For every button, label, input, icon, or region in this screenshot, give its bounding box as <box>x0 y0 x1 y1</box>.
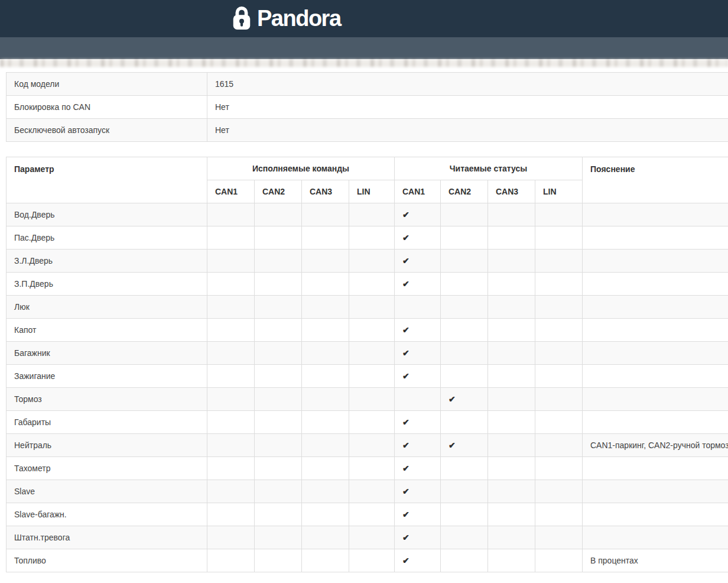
cmd-can3-cell <box>302 250 349 273</box>
status-lin-cell <box>535 226 583 250</box>
cmd-can1-cell <box>207 365 255 388</box>
status-can1-cell: ✔ <box>395 549 441 572</box>
status-lin-cell <box>535 203 583 226</box>
note-cell <box>583 203 728 226</box>
cmd-can2-cell <box>255 203 302 226</box>
status-can3-cell <box>488 226 535 250</box>
cmd-can2-cell <box>255 526 302 549</box>
status-can2-cell <box>441 203 488 226</box>
status-can3-cell <box>488 457 535 480</box>
status-can3-cell <box>488 526 535 549</box>
cmd-can1-cell <box>207 457 255 480</box>
cmd-can3-cell <box>302 296 349 319</box>
note-cell <box>583 250 728 273</box>
status-lin-header: LIN <box>535 180 583 203</box>
status-lin-cell <box>535 526 583 549</box>
cmd-can2-cell <box>255 411 302 434</box>
status-lin-cell <box>535 549 583 572</box>
explanation-column-header: Пояснение <box>583 157 728 203</box>
table-row: З.П.Дверь✔ <box>6 273 728 296</box>
status-can1-cell <box>395 296 441 319</box>
status-can3-cell <box>488 549 535 572</box>
param-cell: Вод.Дверь <box>6 203 207 226</box>
cmd-lin-cell <box>349 526 395 549</box>
logo-text: Pandora <box>257 7 341 30</box>
status-can2-cell <box>441 250 488 273</box>
commands-group-header: Исполняемые команды <box>207 157 395 180</box>
status-can1-cell: ✔ <box>395 226 441 250</box>
status-can1-cell: ✔ <box>395 457 441 480</box>
info-label: Бесключевой автозапуск <box>6 119 207 142</box>
cmd-can3-cell <box>302 434 349 457</box>
status-can1-cell: ✔ <box>395 342 441 365</box>
cmd-can2-cell <box>255 457 302 480</box>
cmd-lin-cell <box>349 273 395 296</box>
table-row: Топливо✔В процентах <box>6 549 728 572</box>
cmd-can1-cell <box>207 411 255 434</box>
cmd-lin-cell <box>349 342 395 365</box>
status-can3-cell <box>488 503 535 526</box>
info-value: 1615 <box>207 73 728 96</box>
status-lin-cell <box>535 365 583 388</box>
cmd-can3-cell <box>302 480 349 503</box>
param-cell: Тормоз <box>6 388 207 411</box>
info-value: Нет <box>207 119 728 142</box>
status-lin-cell <box>535 388 583 411</box>
cmd-can1-cell <box>207 480 255 503</box>
cmd-lin-cell <box>349 365 395 388</box>
status-can2-cell <box>441 549 488 572</box>
table-row: Багажник✔ <box>6 342 728 365</box>
cmd-lin-cell <box>349 549 395 572</box>
status-can1-cell: ✔ <box>395 319 441 342</box>
status-can2-cell <box>441 503 488 526</box>
table-row: Бесключевой автозапуск Нет <box>6 119 728 142</box>
status-can1-cell: ✔ <box>395 411 441 434</box>
status-can1-cell: ✔ <box>395 203 441 226</box>
cmd-can1-cell <box>207 526 255 549</box>
info-value: Нет <box>207 96 728 119</box>
table-row: Тормоз✔ <box>6 388 728 411</box>
cmd-can1-cell <box>207 273 255 296</box>
note-cell <box>583 296 728 319</box>
cmd-can2-cell <box>255 388 302 411</box>
cmd-can2-cell <box>255 319 302 342</box>
status-can2-cell <box>441 457 488 480</box>
status-can2-cell <box>441 319 488 342</box>
note-cell <box>583 526 728 549</box>
pandora-logo-link[interactable]: Pandora <box>230 5 341 32</box>
cmd-lin-cell <box>349 319 395 342</box>
status-can1-cell: ✔ <box>395 526 441 549</box>
note-cell <box>583 273 728 296</box>
status-lin-cell <box>535 503 583 526</box>
cmd-can2-cell <box>255 273 302 296</box>
status-lin-cell <box>535 457 583 480</box>
status-lin-cell <box>535 273 583 296</box>
param-cell: Топливо <box>6 549 207 572</box>
status-can2-cell <box>441 342 488 365</box>
cmd-can1-cell <box>207 434 255 457</box>
cmd-can1-cell <box>207 226 255 250</box>
status-can3-cell <box>488 388 535 411</box>
cmd-can1-cell <box>207 503 255 526</box>
can-matrix-table: Параметр Исполняемые команды Читаемые ст… <box>6 157 728 572</box>
table-row: Штатн.тревога✔ <box>6 526 728 549</box>
status-can3-header: CAN3 <box>488 180 535 203</box>
param-cell: Люк <box>6 296 207 319</box>
table-row: Зажигание✔ <box>6 365 728 388</box>
cmd-lin-header: LIN <box>349 180 395 203</box>
cmd-can3-cell <box>302 319 349 342</box>
cmd-can2-cell <box>255 549 302 572</box>
cmd-lin-cell <box>349 203 395 226</box>
status-lin-cell <box>535 250 583 273</box>
status-can2-cell <box>441 526 488 549</box>
info-label: Блокировка по CAN <box>6 96 207 119</box>
cmd-lin-cell <box>349 296 395 319</box>
note-cell <box>583 457 728 480</box>
param-cell: Пас.Дверь <box>6 226 207 250</box>
language-bar <box>0 37 728 59</box>
cmd-can1-cell <box>207 250 255 273</box>
status-can1-header: CAN1 <box>395 180 441 203</box>
status-can2-cell: ✔ <box>441 434 488 457</box>
table-row: Блокировка по CAN Нет <box>6 96 728 119</box>
table-row: Нейтраль✔✔CAN1-паркинг, CAN2-ручной торм… <box>6 434 728 457</box>
